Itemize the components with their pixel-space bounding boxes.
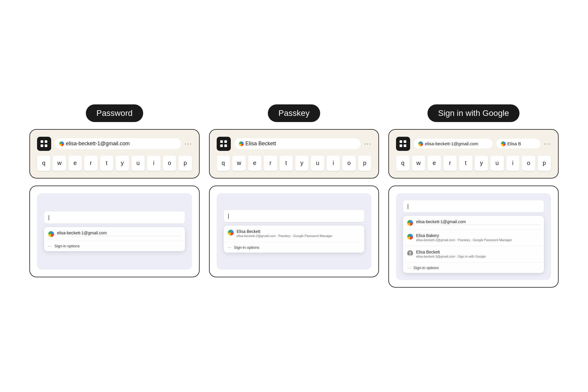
label-sign-in-google: Sign in with Google bbox=[427, 104, 519, 122]
key-w-3[interactable]: w bbox=[412, 156, 425, 171]
app-icon-dots-3 bbox=[400, 140, 407, 147]
dropdown-item-sub-g1: elisa-beckett-2@gmail.com · Passkey · Go… bbox=[416, 238, 540, 242]
google-icon-passkey bbox=[228, 230, 234, 236]
key-w[interactable]: w bbox=[53, 156, 66, 171]
keyboard-top-bar-google: elisa-beckett-1@gmail.com Elisa B ··· bbox=[396, 137, 551, 151]
svg-point-0 bbox=[409, 251, 411, 254]
column-sign-in-google: Sign in with Google elisa-beckett-1@gmai… bbox=[388, 104, 559, 288]
key-u-2[interactable]: u bbox=[311, 156, 324, 171]
column-password: Password elisa-beckett-1@gmail.com ··· bbox=[29, 104, 200, 288]
dropdown-item-google-2[interactable]: Elisa Beckett elisa-beckett-3@gmail.com … bbox=[403, 246, 544, 263]
dropdown-item-sub-g2: elisa-beckett-3@gmail.com · Sign in with… bbox=[416, 254, 540, 259]
column-passkey: Passkey Elisa Beckett ··· bbox=[209, 104, 379, 288]
key-t[interactable]: t bbox=[100, 156, 113, 171]
dropdown-google: elisa-beckett-1@gmail.com Elisa Bakery e… bbox=[403, 216, 544, 273]
sign-in-options-passkey[interactable]: ··· Sign-in options bbox=[224, 242, 365, 253]
key-p[interactable]: p bbox=[178, 156, 192, 171]
label-password: Password bbox=[86, 104, 143, 122]
dropdown-item-name-0: elisa-beckett-1@gmail.com bbox=[57, 231, 181, 235]
dropdown-item-0[interactable]: elisa-beckett-1@gmail.com bbox=[44, 227, 185, 241]
key-r-3[interactable]: r bbox=[443, 156, 457, 171]
key-e[interactable]: e bbox=[69, 156, 82, 171]
dropdown-item-name-g2: Elisa Beckett bbox=[416, 250, 540, 254]
main-container: Password elisa-beckett-1@gmail.com ··· bbox=[29, 104, 559, 288]
demo-inner-password: | elisa-beckett-1@gmail.com ··· Sign-in … bbox=[37, 193, 192, 270]
app-icon-password bbox=[37, 137, 51, 151]
key-i-3[interactable]: i bbox=[506, 156, 519, 171]
keyboard-row-password: q w e r t y u i o p bbox=[37, 156, 192, 171]
key-u-3[interactable]: u bbox=[490, 156, 504, 171]
key-e-2[interactable]: e bbox=[248, 156, 261, 171]
suggestion-pill-passkey[interactable]: Elisa Beckett bbox=[234, 138, 361, 149]
keyboard-row-passkey: q w e r t y u i o p bbox=[217, 156, 372, 171]
suggestion-pill-password[interactable]: elisa-beckett-1@gmail.com bbox=[55, 138, 181, 149]
dropdown-passkey: Elisa Beckett elisa-beckett-2@gmail.com … bbox=[224, 226, 365, 252]
key-i-2[interactable]: i bbox=[327, 156, 340, 171]
google-key-icon bbox=[59, 141, 64, 146]
demo-input-google[interactable]: | bbox=[403, 200, 544, 212]
key-u[interactable]: u bbox=[131, 156, 145, 171]
dropdown-item-name-g0: elisa-beckett-1@gmail.com bbox=[416, 219, 540, 224]
app-icon-google bbox=[396, 137, 410, 151]
key-i[interactable]: i bbox=[147, 156, 160, 171]
svg-point-1 bbox=[408, 254, 412, 256]
key-y-2[interactable]: y bbox=[295, 156, 308, 171]
key-p-3[interactable]: p bbox=[538, 156, 551, 171]
key-t-2[interactable]: t bbox=[280, 156, 293, 171]
suggestion-name-google-2: Elisa B bbox=[507, 141, 521, 146]
key-y-3[interactable]: y bbox=[475, 156, 488, 171]
suggestion-pill-google-1[interactable]: elisa-beckett-1@gmail.com bbox=[414, 139, 492, 149]
demo-inner-passkey: | Elisa Beckett elisa-beckett-2@gmail.co… bbox=[217, 193, 372, 270]
google-key-icon-3a bbox=[418, 141, 423, 146]
key-t-3[interactable]: t bbox=[459, 156, 472, 171]
app-icon-dots bbox=[41, 140, 48, 147]
app-icon-passkey bbox=[217, 137, 231, 151]
demo-card-google: | elisa-beckett-1@gmail.com Elisa Bakery bbox=[388, 186, 559, 288]
google-icon-g1 bbox=[407, 234, 413, 240]
google-icon-g0 bbox=[407, 220, 413, 226]
google-key-icon-3b bbox=[501, 141, 506, 146]
dropdown-password: elisa-beckett-1@gmail.com ··· Sign-in op… bbox=[44, 227, 185, 251]
demo-input-password[interactable]: | bbox=[44, 211, 185, 223]
key-y[interactable]: y bbox=[116, 156, 129, 171]
key-e-3[interactable]: e bbox=[427, 156, 441, 171]
demo-inner-google: | elisa-beckett-1@gmail.com Elisa Bakery bbox=[396, 193, 551, 280]
google-icon-0 bbox=[48, 231, 54, 237]
keyboard-card-google: elisa-beckett-1@gmail.com Elisa B ··· q … bbox=[388, 129, 559, 179]
sign-in-options-google[interactable]: ··· Sign-in options bbox=[403, 263, 544, 273]
key-q-2[interactable]: q bbox=[217, 156, 230, 171]
key-p-2[interactable]: p bbox=[358, 156, 371, 171]
demo-input-passkey[interactable]: | bbox=[224, 210, 365, 222]
app-icon-dots-2 bbox=[220, 140, 227, 147]
dropdown-item-name-g1: Elisa Bakery bbox=[416, 233, 540, 238]
label-passkey: Passkey bbox=[268, 104, 320, 122]
key-o-3[interactable]: o bbox=[522, 156, 535, 171]
key-q-3[interactable]: q bbox=[396, 156, 409, 171]
keyboard-card-password: elisa-beckett-1@gmail.com ··· q w e r t … bbox=[29, 129, 200, 179]
demo-card-passkey: | Elisa Beckett elisa-beckett-2@gmail.co… bbox=[209, 186, 379, 277]
keyboard-card-passkey: Elisa Beckett ··· q w e r t y u i o p bbox=[209, 129, 379, 179]
dropdown-item-google-1[interactable]: Elisa Bakery elisa-beckett-2@gmail.com ·… bbox=[403, 230, 544, 246]
avatar-icon-g2 bbox=[407, 250, 413, 256]
dropdown-item-sub-passkey-0: elisa-beckett-2@gmail.com · Passkey · Go… bbox=[237, 234, 360, 238]
dots-menu-passkey[interactable]: ··· bbox=[364, 140, 371, 148]
google-key-icon-2 bbox=[239, 141, 244, 146]
key-r[interactable]: r bbox=[84, 156, 97, 171]
dots-menu-google[interactable]: ··· bbox=[544, 140, 551, 148]
dots-menu-password[interactable]: ··· bbox=[185, 140, 192, 148]
keyboard-top-bar-passkey: Elisa Beckett ··· bbox=[217, 137, 372, 151]
key-w-2[interactable]: w bbox=[232, 156, 245, 171]
key-q[interactable]: q bbox=[37, 156, 50, 171]
dropdown-item-google-0[interactable]: elisa-beckett-1@gmail.com bbox=[403, 216, 544, 230]
key-r-2[interactable]: r bbox=[264, 156, 277, 171]
suggestion-name: Elisa Beckett bbox=[245, 141, 276, 147]
suggestion-pill-google-2[interactable]: Elisa B bbox=[496, 139, 540, 149]
key-o[interactable]: o bbox=[163, 156, 176, 171]
keyboard-top-bar-password: elisa-beckett-1@gmail.com ··· bbox=[37, 137, 192, 151]
keyboard-row-google: q w e r t y u i o p bbox=[396, 156, 551, 171]
demo-card-password: | elisa-beckett-1@gmail.com ··· Sign-in … bbox=[29, 186, 200, 277]
suggestion-email: elisa-beckett-1@gmail.com bbox=[66, 141, 130, 147]
key-o-2[interactable]: o bbox=[342, 156, 355, 171]
sign-in-options-0[interactable]: ··· Sign-in options bbox=[44, 241, 185, 251]
dropdown-item-passkey-0[interactable]: Elisa Beckett elisa-beckett-2@gmail.com … bbox=[224, 226, 365, 242]
